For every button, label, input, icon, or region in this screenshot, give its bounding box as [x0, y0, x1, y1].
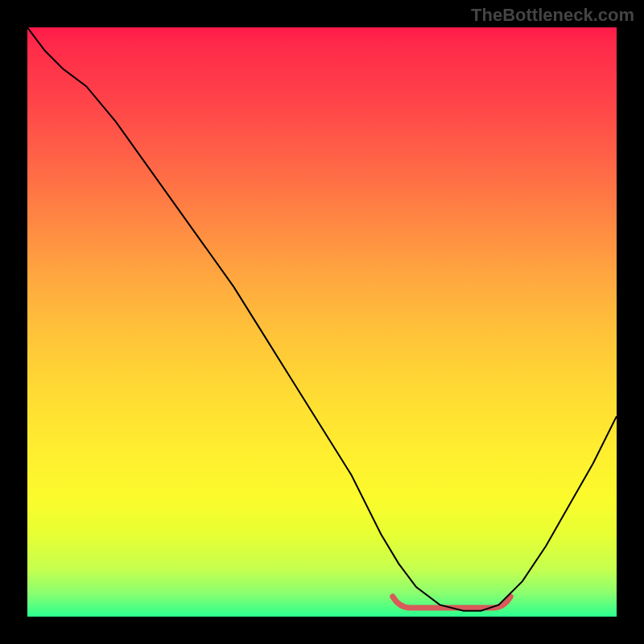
- watermark-text: TheBottleneck.com: [471, 5, 634, 26]
- chart-svg: [27, 27, 617, 617]
- bottleneck-curve-line: [27, 27, 617, 611]
- plot-area: [27, 27, 617, 617]
